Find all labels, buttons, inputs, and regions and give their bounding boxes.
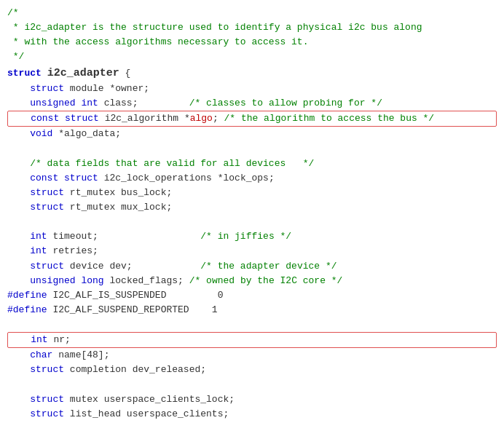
line-blank-5	[7, 422, 497, 431]
line-21: #define I2C_ALF_SUSPEND_REPORTED 1	[7, 303, 497, 317]
line-11: /* data fields that are valid for all de…	[7, 157, 497, 171]
line-3: * with the access algorithms necessary t…	[7, 35, 497, 50]
line-19: unsigned long locked_flags; /* owned by …	[7, 274, 497, 288]
line-12: const struct i2c_lock_operations *lock_o…	[7, 171, 497, 186]
line-27: struct mutex userspace_clients_lock;	[7, 392, 497, 407]
line-14: struct rt_mutex mux_lock;	[7, 200, 497, 215]
line-blank-1	[7, 141, 497, 156]
line-13: struct rt_mutex bus_lock;	[7, 186, 497, 200]
line-blank-3	[7, 317, 497, 332]
line-6: struct module *owner;	[7, 82, 497, 96]
line-18: struct device dev; /* the adapter device…	[7, 259, 497, 274]
line-5: struct i2c_adapter {	[7, 65, 497, 82]
line-blank-4	[7, 378, 497, 392]
line-7: unsigned int class; /* classes to allow …	[7, 96, 497, 111]
line-20: #define I2C_ALF_IS_SUSPENDED 0	[7, 288, 497, 303]
line-24: char name[48];	[7, 348, 497, 363]
line-28: struct list_head userspace_clients;	[7, 407, 497, 422]
line-8-highlighted: const struct i2c_algorithm *algo; /* the…	[7, 111, 497, 127]
line-17: int retries;	[7, 244, 497, 258]
line-23-highlighted: int nr;	[7, 332, 497, 348]
line-16: int timeout; /* in jiffies */	[7, 229, 497, 244]
line-1: /*	[7, 6, 497, 20]
line-25: struct completion dev_released;	[7, 363, 497, 377]
line-2: * i2c_adapter is the structure used to i…	[7, 20, 497, 35]
code-container: /* * i2c_adapter is the structure used t…	[0, 0, 504, 431]
line-blank-2	[7, 215, 497, 229]
line-9: void *algo_data;	[7, 127, 497, 141]
line-4: */	[7, 50, 497, 64]
